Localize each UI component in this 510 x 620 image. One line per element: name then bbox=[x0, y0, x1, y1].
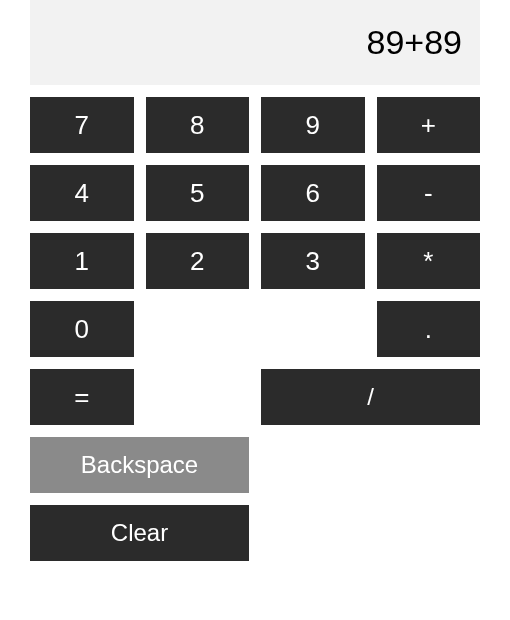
key-3[interactable]: 3 bbox=[261, 233, 365, 289]
empty-cell bbox=[261, 505, 365, 561]
key-multiply[interactable]: * bbox=[377, 233, 481, 289]
empty-cell bbox=[146, 301, 250, 357]
key-7[interactable]: 7 bbox=[30, 97, 134, 153]
empty-cell bbox=[261, 437, 365, 493]
key-backspace[interactable]: Backspace bbox=[30, 437, 249, 493]
key-1[interactable]: 1 bbox=[30, 233, 134, 289]
key-clear[interactable]: Clear bbox=[30, 505, 249, 561]
keypad: 7 8 9 + 4 5 6 - 1 2 3 * 0 . = / Backspac… bbox=[30, 97, 480, 561]
key-plus[interactable]: + bbox=[377, 97, 481, 153]
empty-cell bbox=[146, 369, 250, 425]
key-9[interactable]: 9 bbox=[261, 97, 365, 153]
key-6[interactable]: 6 bbox=[261, 165, 365, 221]
key-2[interactable]: 2 bbox=[146, 233, 250, 289]
key-4[interactable]: 4 bbox=[30, 165, 134, 221]
key-equals[interactable]: = bbox=[30, 369, 134, 425]
key-8[interactable]: 8 bbox=[146, 97, 250, 153]
empty-cell bbox=[377, 437, 481, 493]
empty-cell bbox=[377, 505, 481, 561]
display: 89+89 bbox=[30, 0, 480, 85]
key-0[interactable]: 0 bbox=[30, 301, 134, 357]
calculator: 89+89 7 8 9 + 4 5 6 - 1 2 3 * 0 . = / Ba… bbox=[0, 0, 510, 561]
empty-cell bbox=[261, 301, 365, 357]
key-5[interactable]: 5 bbox=[146, 165, 250, 221]
key-decimal[interactable]: . bbox=[377, 301, 481, 357]
key-minus[interactable]: - bbox=[377, 165, 481, 221]
key-divide[interactable]: / bbox=[261, 369, 480, 425]
display-expression: 89+89 bbox=[367, 23, 463, 62]
